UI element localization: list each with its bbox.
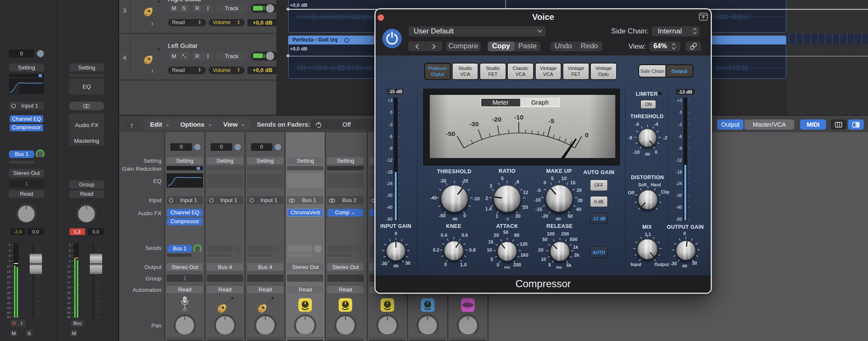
svg-text:40: 40 (67, 301, 71, 305)
svg-text:-2: -2 (663, 135, 668, 140)
svg-text:RATIO: RATIO (499, 168, 516, 174)
svg-text:Soft: Soft (638, 182, 647, 187)
svg-text:20: 20 (494, 233, 499, 238)
svg-text:-50: -50 (439, 213, 445, 218)
svg-text:dB: dB (452, 216, 458, 221)
svg-text:dB: dB (556, 216, 561, 221)
svg-text:200: 200 (561, 231, 569, 236)
svg-text:45: 45 (67, 306, 71, 310)
svg-text:THRESHOLD: THRESHOLD (630, 114, 663, 119)
svg-text:6: 6 (69, 254, 71, 258)
svg-text:0: 0 (543, 180, 546, 185)
svg-text:21: 21 (7, 280, 11, 284)
svg-text:MAKE UP: MAKE UP (546, 168, 572, 174)
svg-text:3: 3 (490, 183, 492, 189)
svg-text:30: 30 (405, 261, 410, 266)
svg-text:-5: -5 (537, 188, 541, 193)
svg-text:2: 2 (485, 196, 488, 201)
svg-text:15: 15 (488, 239, 493, 244)
svg-text:-4: -4 (654, 122, 659, 127)
svg-text:15: 15 (7, 270, 11, 274)
svg-text:0.8: 0.8 (469, 247, 476, 252)
svg-text:200: 200 (513, 262, 521, 267)
svg-text:30: 30 (67, 291, 71, 295)
svg-text:3: 3 (69, 249, 71, 252)
svg-text:-40: -40 (430, 195, 437, 200)
svg-text:160: 160 (520, 252, 528, 258)
svg-text::1: :1 (505, 216, 509, 221)
svg-text:6: 6 (9, 254, 11, 258)
svg-text:RELEASE: RELEASE (546, 223, 573, 229)
svg-text:-10: -10 (633, 150, 640, 155)
svg-text:1k: 1k (573, 244, 579, 250)
svg-text:40: 40 (7, 301, 11, 305)
svg-text:dB: dB (682, 263, 687, 268)
svg-text:MIX: MIX (642, 224, 652, 230)
svg-text:INPUT GAIN: INPUT GAIN (380, 223, 411, 229)
svg-text:-15: -15 (535, 207, 542, 212)
svg-text:10: 10 (562, 176, 567, 181)
svg-text:30: 30 (515, 213, 520, 219)
svg-text:24: 24 (67, 286, 71, 289)
svg-text:-8: -8 (628, 135, 632, 140)
svg-text:-10: -10 (473, 196, 480, 201)
svg-text:Output: Output (654, 262, 669, 267)
svg-text:50: 50 (503, 230, 508, 235)
svg-text:Clip: Clip (661, 189, 669, 194)
svg-text:9: 9 (9, 259, 11, 263)
svg-text:2k: 2k (574, 252, 580, 258)
svg-text:35: 35 (7, 296, 11, 300)
svg-text:20: 20 (538, 247, 543, 252)
svg-text:20: 20 (523, 205, 528, 210)
svg-text:KNEE: KNEE (446, 223, 462, 229)
svg-text:0: 0 (69, 243, 71, 247)
svg-text:100: 100 (547, 231, 554, 236)
svg-text:ms: ms (556, 265, 562, 269)
svg-text:0.4: 0.4 (441, 233, 448, 238)
svg-text:40: 40 (576, 207, 581, 212)
svg-text:THRESHOLD: THRESHOLD (437, 169, 471, 175)
svg-text:5: 5 (548, 262, 551, 267)
svg-text:0: 0 (395, 231, 397, 236)
svg-text:80: 80 (514, 233, 519, 238)
svg-text:35: 35 (67, 296, 71, 300)
svg-text:-30: -30 (381, 261, 387, 266)
svg-text:5: 5 (501, 176, 504, 181)
svg-text:50: 50 (67, 311, 71, 315)
svg-text:12: 12 (523, 190, 528, 195)
svg-text:dB: dB (645, 152, 650, 156)
svg-text:0: 0 (444, 262, 447, 267)
svg-text:0.2: 0.2 (433, 247, 439, 252)
svg-text:45: 45 (7, 306, 11, 310)
svg-text:0.6: 0.6 (462, 233, 468, 238)
svg-text:-20: -20 (542, 213, 548, 219)
svg-text:Off: Off (628, 190, 634, 195)
svg-text:30: 30 (7, 291, 11, 295)
svg-text:8: 8 (517, 179, 519, 184)
svg-text:9: 9 (69, 259, 71, 263)
svg-text:dB: dB (393, 263, 399, 268)
svg-text:0: 0 (497, 262, 499, 267)
svg-text:120: 120 (520, 241, 527, 247)
svg-text:50: 50 (542, 237, 547, 242)
svg-text:30: 30 (692, 261, 697, 266)
svg-text:24: 24 (7, 286, 11, 289)
svg-text:ms: ms (504, 265, 510, 269)
svg-text:-10: -10 (534, 197, 541, 202)
svg-text:Input: Input (631, 262, 642, 267)
svg-text:0: 0 (9, 243, 11, 247)
svg-text:50: 50 (7, 311, 11, 315)
svg-text:-6: -6 (635, 122, 639, 127)
svg-text:0: 0 (464, 213, 466, 218)
svg-text:50: 50 (568, 213, 573, 219)
svg-text:500: 500 (570, 237, 577, 242)
svg-text:12: 12 (67, 264, 71, 268)
svg-text:1.0: 1.0 (460, 262, 467, 267)
svg-text:-30: -30 (440, 178, 446, 183)
svg-text:1:1: 1:1 (645, 232, 651, 237)
svg-text:0: 0 (655, 150, 657, 155)
svg-text:1.4: 1.4 (485, 206, 492, 211)
svg-text:Hard: Hard (651, 182, 661, 187)
svg-text:15: 15 (570, 180, 576, 185)
svg-text:21: 21 (67, 280, 71, 284)
